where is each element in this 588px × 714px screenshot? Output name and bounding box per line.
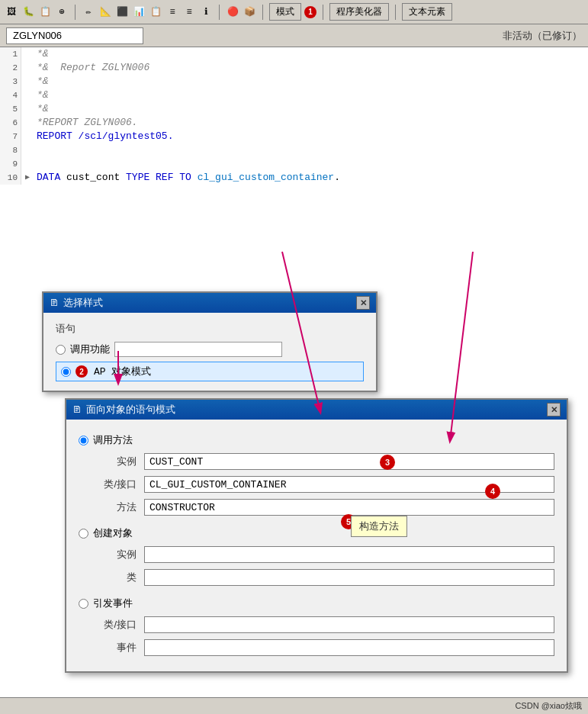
dialog1-radio2-input[interactable]	[61, 367, 71, 377]
sep1	[75, 5, 76, 20]
dialog2-event-name-input[interactable]	[144, 639, 554, 656]
toolbar-icon-14[interactable]: 📦	[243, 5, 256, 19]
toolbar-icon-10[interactable]: ≡	[165, 5, 179, 19]
dialog2-instance-label: 实例	[91, 455, 144, 468]
code-line-7: 7 REPORT /scl/glyntest05.	[0, 130, 588, 143]
dialog2-event-name-label: 事件	[91, 641, 144, 654]
dialog2-method-input[interactable]	[144, 499, 554, 516]
sep5	[395, 5, 396, 20]
beautify-button[interactable]: 程序美化器	[329, 3, 389, 21]
dialog1-radio1-input[interactable]	[56, 345, 66, 355]
toolbar-icon-5[interactable]: ✏️	[82, 5, 95, 19]
dialog2-instance-row: 实例	[91, 453, 554, 470]
line-num-4: 4	[0, 88, 21, 102]
dialog1-close-button[interactable]: ✕	[356, 296, 370, 310]
line-num-10: 10	[0, 171, 21, 185]
line-num-8: 8	[0, 143, 21, 157]
badge-2: 2	[76, 365, 88, 378]
dialog2-create-radio[interactable]	[79, 529, 88, 539]
dialog2-event-label: 引发事件	[93, 597, 133, 610]
line-num-2: 2	[0, 61, 21, 75]
toolbar-icon-6[interactable]: 📐	[98, 5, 112, 19]
dialog2-call-method-row: 调用方法	[79, 433, 554, 447]
toolbar-icon-4[interactable]: ⊕	[55, 5, 69, 19]
dialog2-class-label: 类/接口	[91, 478, 144, 491]
code-line-5: 5 *&	[0, 102, 588, 116]
dialog2-event-class-label: 类/接口	[91, 618, 144, 632]
dialog2-close-button[interactable]: ✕	[547, 403, 561, 416]
toolbar: 🖼 🐛 📋 ⊕ ✏️ 📐 ⬛ 📊 📋 ≡ ≡ ℹ 🔴 📦 模式 1 程序美化器 …	[0, 0, 588, 24]
code-line-4: 4 *&	[0, 88, 588, 102]
code-content-2: *& Report ZGLYN006	[34, 61, 588, 75]
code-content-7: REPORT /scl/glyntest05.	[34, 130, 588, 143]
dialog2-body: 调用方法 实例 类/接口 方法	[66, 420, 567, 671]
line-num-1: 1	[0, 47, 21, 61]
dialog1-radio1-row: 调用功能	[56, 342, 364, 357]
line-num-7: 7	[0, 130, 21, 143]
tooltip-text: 构造方法	[359, 520, 399, 532]
dialog2-event-section: 引发事件 类/接口 事件	[79, 597, 554, 656]
dialog2-create-section: 创建对象 实例 类	[79, 526, 554, 586]
code-content-1: *&	[34, 47, 588, 61]
toolbar-icon-1[interactable]: 🖼	[5, 5, 18, 19]
sep4	[323, 5, 323, 20]
dialog2-title-icon: 🖹	[72, 404, 82, 415]
toolbar-icon-7[interactable]: ⬛	[115, 5, 129, 19]
dialog1-radio2-row: 2 AP 对象模式	[56, 362, 364, 381]
dialog2-titlebar[interactable]: 🖹 面向对象的语句模式 ✕	[66, 400, 567, 420]
code-line-10: 10 ▶ DATA cust_cont TYPE REF TO cl_gui_c…	[0, 171, 588, 185]
line-num-6: 6	[0, 116, 21, 130]
code-line-2: 2 *& Report ZGLYN006	[0, 61, 588, 75]
dialog1-radio1-label: 调用功能	[70, 343, 110, 356]
dialog2-create-class-input[interactable]	[144, 569, 554, 586]
dialog-oop-mode: 🖹 面向对象的语句模式 ✕ 调用方法 实例 类/接口	[65, 398, 568, 673]
toolbar-icon-8[interactable]: 📊	[132, 5, 146, 19]
dialog2-event-radio[interactable]	[79, 599, 88, 609]
code-line-6: 6 *REPORT ZGLYN006.	[0, 116, 588, 130]
mode-button[interactable]: 模式	[269, 3, 301, 21]
code-line-3: 3 *&	[0, 75, 588, 88]
code-content-5: *&	[34, 102, 588, 116]
dialog1-section-label: 语句	[56, 322, 364, 336]
dialog1-title-icon: 🖹	[50, 298, 59, 308]
line-num-5: 5	[0, 102, 21, 116]
dialog2-create-instance-input[interactable]	[144, 546, 554, 563]
status-bar-right: CSDN @xiao炫哦	[515, 700, 582, 712]
sep3	[262, 5, 263, 20]
dialog1-titlebar[interactable]: 🖹 选择样式 ✕	[43, 293, 376, 313]
tooltip-constructor: 构造方法	[351, 516, 407, 537]
dialog2-title-text: 面向对象的语句模式	[86, 403, 542, 416]
title-bar: 非活动（已修订）	[0, 24, 588, 47]
toolbar-icon-9[interactable]: 📋	[149, 5, 162, 19]
dialog2-event-class-input[interactable]	[144, 616, 554, 633]
line-num-3: 3	[0, 75, 21, 88]
badge-3: 3	[380, 455, 395, 470]
code-line-1: 1 *&	[0, 47, 588, 61]
toolbar-icon-2[interactable]: 🐛	[21, 5, 35, 19]
dialog2-event-name-row: 事件	[91, 639, 554, 656]
dialog2-create-label: 创建对象	[93, 526, 133, 540]
dialog2-create-class-label: 类	[91, 571, 144, 584]
toolbar-icon-12[interactable]: ℹ	[199, 5, 213, 19]
toolbar-icon-11[interactable]: ≡	[182, 5, 196, 19]
text-element-button[interactable]: 文本元素	[402, 3, 452, 21]
program-name-input[interactable]	[6, 27, 143, 44]
dialog2-create-instance-label: 实例	[91, 548, 144, 561]
dialog2-create-fields: 实例 类	[91, 546, 554, 586]
dialog1-radio1-field[interactable]	[114, 342, 282, 357]
arrow-10: ▶	[21, 171, 34, 185]
dialog1-body: 语句 调用功能 2 AP 对象模式	[43, 313, 376, 391]
dialog2-call-method-radio[interactable]	[79, 436, 88, 445]
badge-1: 1	[304, 6, 316, 18]
dialog2-event-class-row: 类/接口	[91, 616, 554, 633]
dialog2-instance-input[interactable]	[144, 453, 554, 470]
dialog2-event-fields: 类/接口 事件	[91, 616, 554, 656]
code-content-6: *REPORT ZGLYN006.	[34, 116, 588, 130]
code-line-8: 8	[0, 143, 588, 157]
dialog2-method-label: 方法	[91, 500, 144, 514]
toolbar-icon-3[interactable]: 📋	[38, 5, 52, 19]
code-content-4: *&	[34, 88, 588, 102]
code-content-3: *&	[34, 75, 588, 88]
toolbar-icon-13[interactable]: 🔴	[226, 5, 239, 19]
code-area: 1 *& 2 *& Report ZGLYN006 3 *& 4 *& 5 *&…	[0, 47, 588, 714]
